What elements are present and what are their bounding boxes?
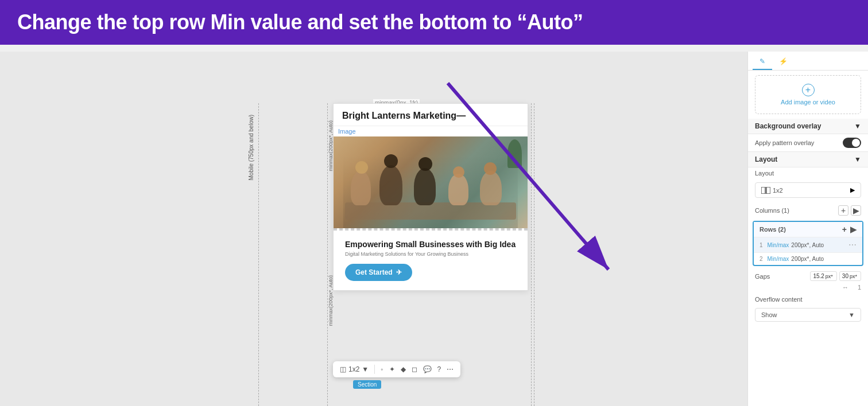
toolbar-more[interactable]: ⋯ — [447, 365, 454, 373]
mobile-label: Mobile (750px and below) — [248, 115, 254, 181]
bottom-toolbar: ◫ 1x2 ▼ ◦ ✦ ◆ ◻ 💬 ? ⋯ — [333, 361, 460, 377]
image-placeholder — [334, 136, 528, 228]
toolbar-layout-label: 1x2 — [348, 365, 359, 373]
gap-h-unit: px* — [826, 274, 833, 279]
tab-lightning[interactable]: ⚡ — [772, 54, 795, 70]
gap-inputs: 15.2 px* 30 px* — [810, 271, 861, 281]
gaps-label: Gaps — [755, 273, 770, 280]
canvas-area: Mobile (750px and below) minmax(0px, 1fr… — [0, 52, 747, 406]
layout-label: Layout — [755, 155, 777, 163]
columns-arrow-btn[interactable]: ▶ — [851, 205, 861, 216]
toolbar-btn-1[interactable]: ◦ — [381, 365, 383, 373]
toolbar-btn-3[interactable]: ◆ — [401, 365, 406, 373]
toolbar-btn-6[interactable]: ? — [437, 365, 441, 373]
layout-sub-label: Layout — [748, 167, 868, 178]
row-item-2[interactable]: 2 Min/max 200px*, Auto — [754, 252, 862, 265]
row-1-value: 200px*, Auto — [791, 242, 848, 248]
overflow-label: Overflow content — [755, 296, 803, 303]
preview-subtext: Digital Marketing Solutions for Your Gro… — [345, 251, 516, 257]
gap-v-icon: 1 — [858, 284, 861, 291]
background-overlay-label: Background overlay — [755, 122, 821, 130]
cta-label: Get Started — [355, 268, 393, 276]
row-2-type: Min/max — [768, 256, 789, 262]
arrow-icon: ✈ — [396, 268, 402, 276]
add-media-label: Add image or video — [781, 99, 835, 106]
row-2-num: 2 — [760, 256, 763, 262]
svg-rect-3 — [766, 187, 770, 194]
header-title: Change the top row Min value and set the… — [17, 10, 851, 34]
preview-header: Bright Lanterns Marketing— — [334, 104, 528, 126]
row-item-1[interactable]: 1 Min/max 200px*, Auto ⋯ — [754, 237, 862, 252]
layout-section-header[interactable]: Layout ▼ — [748, 151, 868, 167]
main-area: Mobile (750px and below) minmax(0px, 1fr… — [0, 52, 868, 406]
row-2-value: 200px*, Auto — [791, 256, 857, 262]
gap-icon-row: ↔ 1 — [748, 284, 868, 293]
toolbar-layout[interactable]: ◫ 1x2 ▼ — [340, 365, 369, 373]
grid-2col-icon — [761, 187, 770, 194]
gap-v-input[interactable]: 30 px* — [839, 271, 861, 281]
layout-value: 1x2 — [773, 187, 783, 194]
rows-header-actions: + ▶ — [842, 225, 857, 234]
toolbar-btn-4[interactable]: ◻ — [412, 365, 417, 373]
toolbar-divider-1 — [374, 365, 375, 374]
right-panel: ✎ ⚡ + Add image or video Background over… — [747, 52, 868, 406]
panel-tabs: ✎ ⚡ — [748, 52, 868, 71]
overflow-select[interactable]: Show ▼ — [755, 308, 861, 322]
apply-pattern-toggle[interactable] — [843, 138, 861, 148]
toolbar-btn-5[interactable]: 💬 — [423, 365, 432, 373]
add-media-button[interactable]: + Add image or video — [755, 75, 861, 114]
section-badge: Section — [353, 380, 381, 389]
chevron-down-icon-overflow: ▼ — [848, 311, 855, 318]
row-1-type: Min/max — [768, 242, 789, 248]
overflow-row: Overflow content — [748, 293, 868, 306]
page-preview: Bright Lanterns Marketing— Image — [333, 103, 528, 291]
row-1-actions[interactable]: ⋯ — [848, 240, 857, 249]
toolbar-btn-2[interactable]: ✦ — [389, 365, 395, 373]
dashed-line-left — [258, 103, 259, 406]
apply-pattern-label: Apply pattern overlay — [755, 139, 814, 146]
image-section — [334, 136, 528, 228]
columns-counter: + ▶ — [838, 205, 861, 216]
rows-arrow-btn[interactable]: ▶ — [850, 225, 857, 234]
layout-option[interactable]: 1x2 ▶ — [755, 182, 861, 198]
chevron-down-icon: ▼ — [362, 365, 369, 373]
rows-label: Rows (2) — [760, 226, 786, 233]
rows-plus-btn[interactable]: + — [842, 225, 847, 234]
get-started-button[interactable]: Get Started ✈ — [345, 264, 412, 281]
grid-icon: ◫ — [340, 365, 346, 373]
dashed-line-inner-right — [531, 103, 532, 406]
rows-section: Rows (2) + ▶ 1 Min/max 200px*, Auto ⋯ 2 … — [753, 221, 863, 266]
dashed-line-right — [534, 103, 534, 406]
tab-edit[interactable]: ✎ — [753, 54, 772, 70]
image-label: Image — [334, 126, 528, 136]
chevron-down-icon-layout: ▼ — [854, 155, 861, 163]
columns-plus-btn[interactable]: + — [838, 205, 848, 216]
gap-h-value: 15.2 — [813, 273, 824, 279]
header-banner: Change the top row Min value and set the… — [0, 0, 868, 45]
layout-icon: 1x2 — [761, 187, 783, 194]
plus-icon: + — [802, 84, 815, 96]
overflow-value: Show — [761, 311, 777, 318]
preview-heading: Empowering Small Businesses with Big Ide… — [345, 240, 516, 249]
chevron-right-icon: ▶ — [850, 186, 855, 194]
preview-title: Bright Lanterns Marketing— — [342, 111, 519, 121]
rows-header: Rows (2) + ▶ — [754, 222, 862, 237]
apply-pattern-row: Apply pattern overlay — [748, 134, 868, 151]
content-section: Empowering Small Businesses with Big Ide… — [334, 229, 528, 290]
gaps-row: Gaps 15.2 px* 30 px* — [748, 268, 868, 284]
gap-v-value: 30 — [842, 273, 848, 279]
columns-row: Columns (1) + ▶ — [748, 202, 868, 218]
chevron-down-icon-bg: ▼ — [854, 122, 861, 130]
row-1-num: 1 — [760, 242, 763, 248]
gap-h-icon: ↔ — [842, 284, 848, 291]
background-overlay-section[interactable]: Background overlay ▼ — [748, 119, 868, 134]
gap-h-input[interactable]: 15.2 px* — [810, 271, 836, 281]
columns-label: Columns (1) — [755, 207, 789, 214]
svg-rect-2 — [761, 187, 765, 194]
gap-v-unit: px* — [850, 274, 857, 279]
